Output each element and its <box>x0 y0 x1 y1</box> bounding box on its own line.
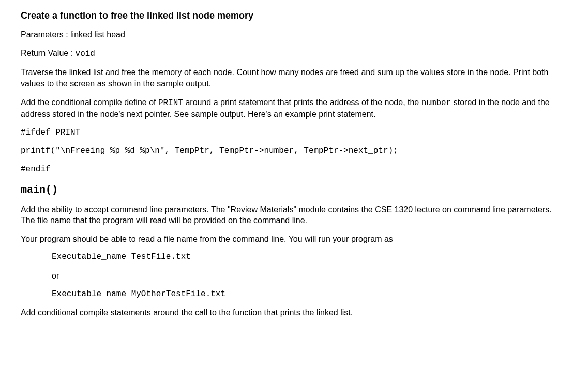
main-description-3: Add conditional compile statements aroun… <box>21 307 567 318</box>
example-or: or <box>52 270 567 282</box>
main-description-2: Your program should be able to read a fi… <box>21 234 567 245</box>
parameters-line: Parameters : linked list head <box>21 29 567 40</box>
code-ifdef: #ifdef PRINT <box>21 127 567 139</box>
return-value: void <box>76 49 95 59</box>
desc2-code-print: PRINT <box>158 98 183 108</box>
desc2-part-b: around a print statement that prints the… <box>183 98 421 107</box>
desc2-part-a: Add the conditional compile define of <box>21 98 158 107</box>
main-heading: main() <box>21 183 567 197</box>
description-paragraph-1: Traverse the linked list and free the me… <box>21 67 567 89</box>
code-endif: #endif <box>21 164 567 176</box>
code-printf: printf("\nFreeing %p %d %p\n", TempPtr, … <box>21 145 567 157</box>
return-label: Return Value : <box>21 49 76 57</box>
return-value-line: Return Value : void <box>21 48 567 60</box>
parameters-label: Parameters : <box>21 30 70 39</box>
desc2-code-number: number <box>421 98 451 108</box>
parameters-value: linked list head <box>70 30 125 39</box>
example-command-2: Executable_name MyOtherTestFile.txt <box>52 289 567 300</box>
main-description-1: Add the ability to accept command line p… <box>21 204 567 226</box>
section-heading: Create a function to free the linked lis… <box>21 9 567 22</box>
description-paragraph-2: Add the conditional compile define of PR… <box>21 97 567 120</box>
example-command-1: Executable_name TestFile.txt <box>52 252 567 263</box>
